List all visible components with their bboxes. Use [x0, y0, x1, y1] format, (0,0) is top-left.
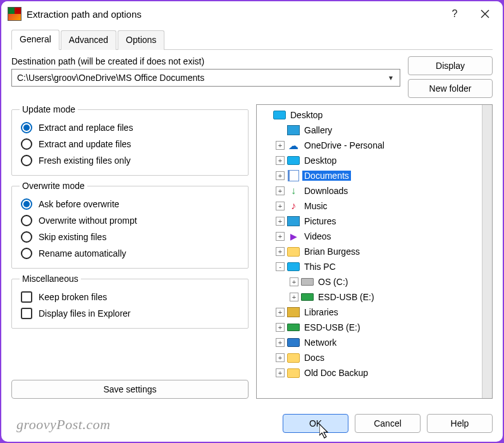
tree-node-desktop[interactable]: +Desktop: [258, 153, 481, 168]
tree-node-old-doc-backup[interactable]: +Old Doc Backup: [258, 365, 481, 380]
scrollbar[interactable]: [482, 105, 492, 398]
tree-node-videos[interactable]: +Videos: [258, 229, 481, 244]
display-button[interactable]: Display: [408, 56, 493, 75]
tree-node-label: Videos: [302, 231, 333, 241]
radio-icon: [21, 231, 32, 243]
collapse-icon[interactable]: -: [276, 262, 285, 271]
tree-node-label: Gallery: [302, 125, 334, 135]
down-icon: [287, 185, 300, 197]
save-settings-button[interactable]: Save settings: [11, 380, 249, 399]
radio-icon: [21, 155, 32, 166]
tree-node-label: ESD-USB (E:): [316, 292, 376, 302]
main-columns: Update mode Extract and replace files Ex…: [11, 104, 493, 399]
tree-node-thispc[interactable]: -This PC: [258, 259, 481, 274]
check-keep-broken[interactable]: Keep broken files: [20, 289, 240, 305]
chevron-down-icon[interactable]: ▾: [382, 73, 400, 82]
check-label: Display files in Explorer: [39, 308, 131, 319]
thispc-icon: [287, 261, 300, 272]
radio-label: Overwrite without prompt: [39, 215, 137, 226]
expand-icon[interactable]: +: [276, 338, 285, 347]
tab-advanced[interactable]: Advanced: [61, 30, 116, 50]
folder-tree-wrap: DesktopGallery+OneDrive - Personal+Deskt…: [256, 104, 493, 399]
window-title: Extraction path and options: [27, 9, 441, 20]
radio-skip-existing[interactable]: Skip existing files: [20, 229, 240, 245]
expand-icon[interactable]: +: [276, 141, 285, 150]
radio-icon: [21, 198, 32, 210]
expand-icon[interactable]: +: [276, 217, 285, 226]
radio-rename-auto[interactable]: Rename automatically: [20, 245, 240, 262]
destination-input[interactable]: [12, 70, 382, 86]
expand-icon[interactable]: +: [276, 247, 285, 256]
help-footer-button[interactable]: Help: [427, 414, 493, 433]
folder-icon: [287, 247, 300, 257]
expand-icon[interactable]: +: [276, 156, 285, 165]
dialog-window: Extraction path and options ? General Ad…: [0, 0, 504, 443]
dialog-footer: groovyPost.com OK Cancel Help: [1, 406, 503, 442]
tree-node-pictures[interactable]: +Pictures: [258, 214, 481, 229]
library-icon: [287, 306, 300, 318]
expand-icon[interactable]: +: [276, 323, 285, 332]
tree-node-label: Docs: [302, 353, 326, 363]
tree-node-desktop-root[interactable]: Desktop: [258, 107, 481, 123]
radio-icon: [21, 138, 32, 150]
radio-extract-update[interactable]: Extract and update files: [20, 136, 240, 152]
tree-node-brian[interactable]: +Brian Burgess: [258, 244, 481, 259]
drive-icon: [301, 276, 314, 288]
folder-tree[interactable]: DesktopGallery+OneDrive - Personal+Deskt…: [257, 105, 482, 398]
radio-ask-overwrite[interactable]: Ask before overwrite: [20, 196, 240, 212]
title-bar: Extraction path and options ?: [1, 1, 503, 27]
watermark: groovyPost.com: [16, 416, 111, 433]
expand-placeholder: [262, 111, 271, 119]
tree-node-label: This PC: [302, 262, 338, 272]
tree-node-libraries[interactable]: +Libraries: [258, 305, 481, 320]
destination-label: Destination path (will be created if doe…: [11, 56, 400, 66]
radio-extract-replace[interactable]: Extract and replace files: [20, 119, 240, 136]
destination-combo[interactable]: ▾: [11, 69, 400, 87]
miscellaneous-group: Miscellaneous Keep broken files Display …: [11, 274, 249, 329]
radio-fresh-only[interactable]: Fresh existing files only: [20, 152, 240, 169]
network-icon: [287, 337, 300, 348]
tree-node-docs[interactable]: +Docs: [258, 350, 481, 365]
expand-icon[interactable]: +: [276, 353, 285, 362]
tab-general[interactable]: General: [11, 30, 59, 50]
tree-node-downloads[interactable]: +Downloads: [258, 183, 481, 198]
miscellaneous-legend: Miscellaneous: [20, 274, 81, 284]
expand-icon[interactable]: +: [276, 308, 285, 317]
ok-button[interactable]: OK: [283, 414, 348, 433]
tree-node-label: Pictures: [302, 216, 338, 226]
destination-row: Destination path (will be created if doe…: [11, 56, 493, 98]
monitor-icon: [287, 155, 300, 166]
new-folder-button[interactable]: New folder: [408, 79, 493, 98]
tree-node-music[interactable]: +Music: [258, 198, 481, 214]
expand-icon[interactable]: +: [276, 186, 285, 195]
tree-node-esd-usb-2[interactable]: +ESD-USB (E:): [258, 320, 481, 335]
radio-label: Fresh existing files only: [39, 155, 131, 166]
check-display-explorer[interactable]: Display files in Explorer: [20, 305, 240, 322]
expand-icon[interactable]: +: [290, 293, 298, 301]
tree-node-label: Desktop: [288, 110, 324, 120]
radio-label: Ask before overwrite: [39, 199, 120, 209]
tree-node-label: Downloads: [302, 186, 350, 196]
tree-node-esd-usb-1[interactable]: +ESD-USB (E:): [258, 289, 481, 305]
expand-icon[interactable]: +: [276, 368, 285, 377]
folder-tree-column: DesktopGallery+OneDrive - Personal+Deskt…: [256, 104, 493, 399]
help-button[interactable]: ?: [441, 4, 469, 24]
close-button[interactable]: [471, 4, 499, 24]
tree-node-documents[interactable]: +Documents: [258, 168, 481, 183]
tree-node-os-c[interactable]: +OS (C:): [258, 274, 481, 289]
tab-options[interactable]: Options: [118, 30, 164, 50]
expand-icon[interactable]: +: [276, 171, 285, 180]
tree-node-onedrive[interactable]: +OneDrive - Personal: [258, 138, 481, 153]
tree-node-label: Network: [302, 337, 338, 348]
tree-node-gallery[interactable]: Gallery: [258, 123, 481, 138]
cancel-button[interactable]: Cancel: [355, 414, 421, 433]
expand-icon[interactable]: +: [276, 232, 285, 241]
tree-node-label: Libraries: [302, 307, 340, 317]
expand-icon[interactable]: +: [276, 202, 285, 210]
radio-overwrite-noprompt[interactable]: Overwrite without prompt: [20, 212, 240, 229]
expand-icon[interactable]: +: [290, 277, 298, 286]
tree-node-label: Music: [302, 201, 329, 211]
radio-icon: [21, 248, 32, 259]
tree-node-network[interactable]: +Network: [258, 335, 481, 350]
usb-icon: [287, 322, 300, 333]
